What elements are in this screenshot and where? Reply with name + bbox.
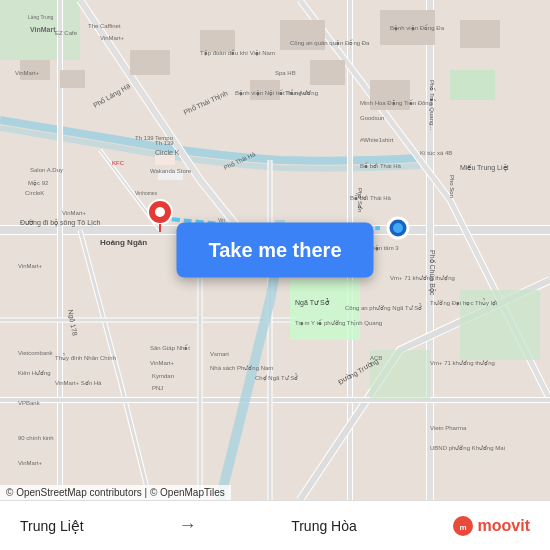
svg-text:#White1shirt: #White1shirt xyxy=(360,137,394,143)
svg-text:Th 139: Th 139 xyxy=(135,135,154,141)
svg-rect-31 xyxy=(450,70,495,100)
svg-text:Spa HB: Spa HB xyxy=(275,70,296,76)
svg-text:PNJ: PNJ xyxy=(152,385,163,391)
svg-text:Phố Chùa Bộc: Phố Chùa Bộc xyxy=(428,250,436,296)
take-me-there-button[interactable]: Take me there xyxy=(176,223,373,278)
svg-rect-29 xyxy=(310,60,345,85)
svg-text:Kymdan: Kymdan xyxy=(152,373,174,379)
svg-text:Vm+ 71 khương thượng: Vm+ 71 khương thượng xyxy=(430,360,495,367)
svg-text:Chợ Ngã Tư Sở: Chợ Ngã Tư Sở xyxy=(255,373,298,382)
svg-rect-27 xyxy=(460,20,500,48)
svg-text:Vietn Pharma: Vietn Pharma xyxy=(430,425,467,431)
svg-text:Bể bơi Thái Hà: Bể bơi Thái Hà xyxy=(350,193,392,201)
svg-text:VinMart+: VinMart+ xyxy=(62,210,87,216)
svg-text:Bệnh viện Nội tiết Trung ương: Bệnh viện Nội tiết Trung ương xyxy=(235,89,318,97)
svg-text:Công an quân quận Đống Đa: Công an quân quận Đống Đa xyxy=(290,39,370,47)
svg-text:ACB: ACB xyxy=(370,355,382,361)
svg-text:VinMart+: VinMart+ xyxy=(100,35,125,41)
svg-text:Trường Đại học Thủy lợi: Trường Đại học Thủy lợi xyxy=(430,298,497,307)
svg-text:Trạm Y tế phường Thịnh Quang: Trạm Y tế phường Thịnh Quang xyxy=(295,319,382,327)
svg-text:EZ Cafe: EZ Cafe xyxy=(55,30,78,36)
svg-text:Làng Trung: Làng Trung xyxy=(28,14,54,20)
svg-text:Circle K: Circle K xyxy=(155,149,180,156)
svg-text:90 chính kinh: 90 chính kinh xyxy=(18,435,54,441)
svg-text:Ngã Tư Sở: Ngã Tư Sở xyxy=(295,298,330,307)
svg-text:điện tâm 3: điện tâm 3 xyxy=(370,245,399,252)
svg-text:Phố Trần Quang...: Phố Trần Quang... xyxy=(429,80,436,131)
svg-text:Nhà sách Phương Nam: Nhà sách Phương Nam xyxy=(210,365,273,371)
svg-text:Th 139: Th 139 xyxy=(155,140,174,146)
svg-text:VinMart+ Sơn Hà: VinMart+ Sơn Hà xyxy=(55,380,102,386)
svg-rect-34 xyxy=(155,155,175,165)
svg-text:Bế bơi Thái Hà: Bế bơi Thái Hà xyxy=(360,162,402,169)
svg-text:Phố Sơn: Phố Sơn xyxy=(357,188,364,212)
button-overlay: Take me there xyxy=(176,223,373,278)
svg-text:Kiên Hương: Kiên Hương xyxy=(18,370,51,376)
map-container: Phố Láng Hạ Phố Thái Thịnh Đường đi bộ s… xyxy=(0,0,550,500)
svg-text:CircleK: CircleK xyxy=(25,190,44,196)
svg-text:Kí túc xá 4B: Kí túc xá 4B xyxy=(420,150,452,156)
svg-rect-24 xyxy=(200,30,235,52)
svg-text:m: m xyxy=(459,523,466,532)
svg-text:Mộc 92: Mộc 92 xyxy=(28,180,49,187)
svg-text:Đường đi bộ sông Tô Lịch: Đường đi bộ sông Tô Lịch xyxy=(20,219,101,227)
origin-label: Trung Liệt xyxy=(20,518,84,534)
destination-label: Trung Hòa xyxy=(291,518,357,534)
svg-text:Vinhomes: Vinhomes xyxy=(135,190,158,196)
svg-text:VinMart+: VinMart+ xyxy=(15,70,40,76)
svg-text:VinMart+: VinMart+ xyxy=(18,263,43,269)
route-to: Trung Hòa xyxy=(291,518,357,534)
svg-text:The Caffinet: The Caffinet xyxy=(88,23,121,29)
svg-text:Miếu Trung Liệt: Miếu Trung Liệt xyxy=(460,164,509,172)
svg-text:Sân Giáp Nhất: Sân Giáp Nhất xyxy=(150,344,190,351)
moovit-logo: m moovit xyxy=(452,515,530,537)
svg-text:VPBank: VPBank xyxy=(18,400,41,406)
svg-text:Bệnh viện Đống Đa: Bệnh viện Đống Đa xyxy=(390,24,445,32)
svg-text:Goodsun: Goodsun xyxy=(360,115,384,121)
svg-text:Vietcombank: Vietcombank xyxy=(18,350,54,356)
svg-text:VinMart+: VinMart+ xyxy=(150,360,175,366)
svg-text:Salon A.Duy: Salon A.Duy xyxy=(30,167,63,173)
svg-point-37 xyxy=(155,207,165,217)
svg-text:VinMart+: VinMart+ xyxy=(18,460,43,466)
svg-text:KFC: KFC xyxy=(112,160,125,166)
svg-text:Thủy đình Nhân Chính: Thủy đình Nhân Chính xyxy=(55,353,116,361)
svg-text:VinMart: VinMart xyxy=(30,26,56,33)
svg-point-40 xyxy=(393,223,403,233)
svg-rect-23 xyxy=(130,50,170,75)
moovit-text: moovit xyxy=(478,517,530,535)
svg-text:Công an phường Ngã Tư Sở: Công an phường Ngã Tư Sở xyxy=(345,303,422,311)
route-arrow: → xyxy=(178,515,196,536)
svg-text:Minh Hoa Đặng Tiến Đông: Minh Hoa Đặng Tiến Đông xyxy=(360,99,432,107)
svg-text:Vsmart: Vsmart xyxy=(210,351,229,357)
moovit-icon: m xyxy=(452,515,474,537)
svg-rect-22 xyxy=(60,70,85,88)
bottom-bar: Trung Liệt → Trung Hòa m moovit xyxy=(0,500,550,550)
svg-text:Vm+ 71 khương thượng: Vm+ 71 khương thượng xyxy=(390,275,455,282)
map-attribution: © OpenStreetMap contributors | © OpenMap… xyxy=(0,485,231,500)
svg-text:Wakanda Store: Wakanda Store xyxy=(150,168,192,174)
svg-text:Tập đoàn dầu khí Việt Nam: Tập đoàn dầu khí Việt Nam xyxy=(200,49,275,57)
svg-text:Pho Son: Pho Son xyxy=(449,175,455,198)
route-from: Trung Liệt xyxy=(20,518,84,534)
svg-text:UBND phường Khương Mai: UBND phường Khương Mai xyxy=(430,445,505,451)
svg-text:Hoàng Ngân: Hoàng Ngân xyxy=(100,238,147,247)
